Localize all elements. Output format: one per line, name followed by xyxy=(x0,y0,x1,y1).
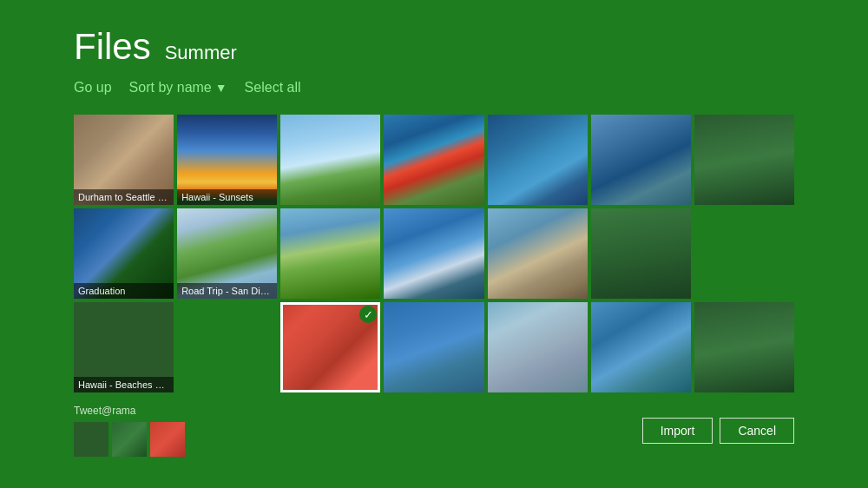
page-subtitle: Summer xyxy=(165,42,237,64)
go-up-button[interactable]: Go up xyxy=(74,76,112,99)
sort-dropdown[interactable]: Sort by name ▼ xyxy=(129,80,227,96)
action-buttons: Import Cancel xyxy=(642,418,794,444)
grid-cell-5[interactable] xyxy=(488,115,588,205)
photo-grid: Durham to Seattle - Road... Hawaii - Sun… xyxy=(74,115,794,392)
grid-cell-19[interactable] xyxy=(488,302,588,392)
toolbar: Go up Sort by name ▼ Select all xyxy=(74,76,794,99)
grid-cell-11[interactable] xyxy=(384,208,483,299)
grid-cell-12[interactable] xyxy=(488,208,588,299)
selected-info: Tweet@rama xyxy=(74,405,185,457)
grid-cell-1[interactable]: Durham to Seattle - Road... xyxy=(74,115,174,205)
grid-cell-8[interactable]: Graduation xyxy=(74,208,174,299)
selected-thumbs xyxy=(74,422,185,457)
thumb-2[interactable] xyxy=(112,422,147,457)
grid-cell-6[interactable] xyxy=(591,115,691,205)
import-button[interactable]: Import xyxy=(642,418,713,444)
cell-label-15: Hawaii - Beaches and Wa... xyxy=(74,377,174,392)
cell-label-8: Graduation xyxy=(74,283,174,299)
grid-cell-20[interactable] xyxy=(591,302,691,392)
grid-cell-7[interactable] xyxy=(694,115,794,205)
cell-label-1: Durham to Seattle - Road... xyxy=(74,189,174,205)
grid-cell-4[interactable] xyxy=(384,115,483,205)
chevron-down-icon: ▼ xyxy=(215,81,227,95)
cancel-button[interactable]: Cancel xyxy=(720,418,794,444)
thumb-1[interactable] xyxy=(74,422,108,457)
page-title: Files xyxy=(74,26,151,68)
thumb-3[interactable] xyxy=(150,422,185,457)
grid-cell-13[interactable] xyxy=(591,208,691,299)
sort-label: Sort by name xyxy=(129,80,212,96)
grid-cell-17[interactable]: ✓ xyxy=(280,302,380,392)
grid-cell-10[interactable] xyxy=(280,208,380,299)
bottom-bar: Tweet@rama Import Cancel xyxy=(74,405,794,457)
grid-cell-18[interactable] xyxy=(384,302,483,392)
grid-cell-15[interactable]: Hawaii - Beaches and Wa... xyxy=(74,302,174,392)
grid-cell-3[interactable] xyxy=(280,115,380,205)
cell-checkmark-17: ✓ xyxy=(359,306,377,323)
cell-label-9: Road Trip - San Diego to ... xyxy=(177,283,277,299)
grid-cell-14-empty xyxy=(694,208,794,299)
header: Files Summer xyxy=(74,26,794,68)
grid-cell-16-empty xyxy=(177,302,277,392)
selected-label: Tweet@rama xyxy=(74,405,185,417)
select-all-button[interactable]: Select all xyxy=(245,76,301,99)
grid-cell-2[interactable]: Hawaii - Sunsets xyxy=(177,115,277,205)
files-page: Files Summer Go up Sort by name ▼ Select… xyxy=(0,0,868,488)
cell-label-2: Hawaii - Sunsets xyxy=(177,189,277,205)
grid-cell-9[interactable]: Road Trip - San Diego to ... xyxy=(177,208,277,299)
grid-cell-21[interactable] xyxy=(694,302,794,392)
